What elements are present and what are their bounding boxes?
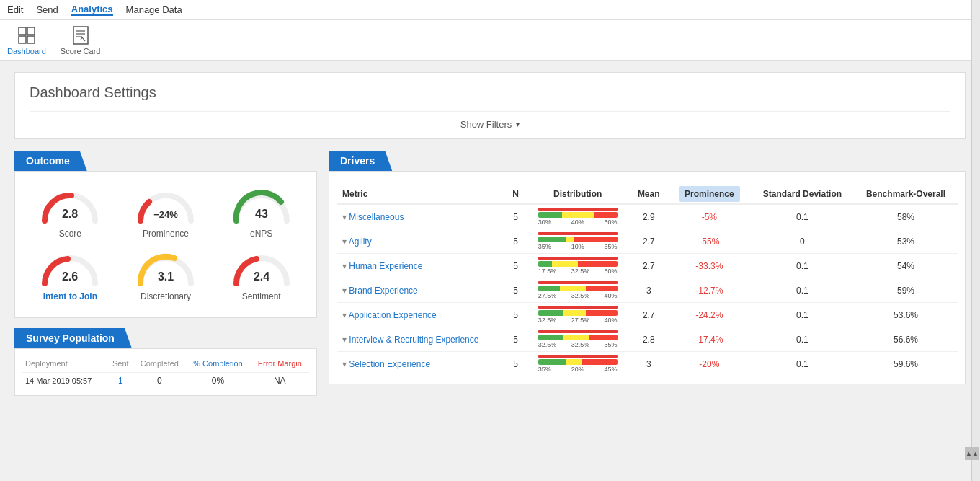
prominence-label: Prominence <box>143 229 189 239</box>
show-filters-button[interactable]: Show Filters ▾ <box>30 111 950 130</box>
metric-cell: ▾ Interview & Recruiting Experience <box>337 327 506 352</box>
scorecard-icon <box>71 25 91 45</box>
benchmark-cell: 53.6% <box>854 303 958 327</box>
nav-manage-data[interactable]: Manage Data <box>126 4 182 15</box>
discretionary-gauge: 3.1 Discretionary <box>133 249 198 301</box>
metric-link[interactable]: Interview & Recruiting Experience <box>349 335 478 345</box>
left-column: Outcome 2.8 Score <box>14 151 317 396</box>
svg-rect-3 <box>27 36 35 43</box>
prominence-gauge-svg: −24% <box>133 186 198 226</box>
benchmark-cell: 59% <box>854 278 958 303</box>
drivers-header: Drivers <box>329 151 392 171</box>
intent-gauge-svg: 2.6 <box>37 249 102 288</box>
nav-send[interactable]: Send <box>36 4 58 15</box>
dashboard-toolbar-item[interactable]: Dashboard <box>7 25 46 56</box>
dashboard-settings-card: Dashboard Settings Show Filters ▾ <box>14 72 966 139</box>
n-cell: 5 <box>506 254 526 278</box>
drivers-row: ▾ Interview & Recruiting Experience 5 32… <box>337 327 958 352</box>
nav-analytics[interactable]: Analytics <box>71 4 113 16</box>
metric-link[interactable]: Miscellaneous <box>349 212 404 222</box>
prominence-cell: -17.4% <box>668 327 751 352</box>
svg-text:−24%: −24% <box>153 209 178 220</box>
std-dev-cell: 0 <box>751 229 854 254</box>
svg-text:3.1: 3.1 <box>158 270 174 283</box>
metric-cell: ▾ Selection Experience <box>337 352 506 376</box>
col-completion: % Completion <box>185 355 250 373</box>
metric-link[interactable]: Selection Experience <box>349 359 430 369</box>
drivers-row: ▾ Brand Experience 5 27.5% 32.5% 40% <box>337 278 958 303</box>
mean-cell: 2.7 <box>630 229 668 254</box>
expand-icon[interactable]: ▾ <box>342 310 349 320</box>
expand-icon[interactable]: ▾ <box>342 237 349 247</box>
survey-population-header: Survey Population <box>14 328 132 348</box>
chevron-down-icon: ▾ <box>516 120 520 128</box>
outcome-section: Outcome 2.8 Score <box>14 151 317 318</box>
nav-edit[interactable]: Edit <box>7 4 23 15</box>
survey-population-section: Survey Population Deployment Sent Comple… <box>14 328 317 396</box>
right-column: Drivers Metric N Distribution Mean Promi… <box>329 151 966 396</box>
scorecard-toolbar-item[interactable]: Score Card <box>61 25 101 56</box>
distribution-cell: 27.5% 32.5% 40% <box>526 278 630 303</box>
metric-link[interactable]: Human Experience <box>349 261 422 271</box>
benchmark-cell: 53% <box>854 229 958 254</box>
survey-sent[interactable]: 1 <box>107 373 133 389</box>
svg-rect-0 <box>19 27 26 35</box>
score-gauge-svg: 2.8 <box>37 186 102 226</box>
prominence-cell: -5% <box>668 204 751 229</box>
prominence-cell: -12.7% <box>668 278 751 303</box>
expand-icon[interactable]: ▾ <box>342 286 349 296</box>
score-gauge: 2.8 Score <box>37 186 102 239</box>
gauges-row-1: 2.8 Score −24% Prominence <box>15 172 316 246</box>
dashboard-icon <box>17 25 37 45</box>
std-dev-cell: 0.1 <box>751 327 854 352</box>
expand-icon[interactable]: ▾ <box>342 335 349 345</box>
n-cell: 5 <box>506 204 526 229</box>
std-dev-cell: 0.1 <box>751 303 854 327</box>
expand-icon[interactable]: ▾ <box>342 359 349 369</box>
mean-cell: 2.7 <box>630 303 668 327</box>
col-deployment: Deployment <box>22 355 107 373</box>
std-dev-cell: 0.1 <box>751 204 854 229</box>
survey-population-table: Deployment Sent Completed % Completion E… <box>22 355 309 389</box>
drivers-section: Drivers Metric N Distribution Mean Promi… <box>329 151 966 384</box>
std-dev-cell: 0.1 <box>751 254 854 278</box>
scrollbar[interactable]: ▲▲ <box>971 0 980 407</box>
expand-icon[interactable]: ▾ <box>342 261 349 271</box>
std-dev-cell: 0.1 <box>751 278 854 303</box>
distribution-cell: 17.5% 32.5% 50% <box>526 254 630 278</box>
dashboard-settings-title: Dashboard Settings <box>30 84 950 101</box>
svg-text:43: 43 <box>255 208 268 220</box>
outcome-card: 2.8 Score −24% Prominence <box>14 171 317 318</box>
std-dev-cell: 0.1 <box>751 352 854 376</box>
svg-text:2.8: 2.8 <box>62 208 78 220</box>
two-col-layout: Outcome 2.8 Score <box>14 151 966 396</box>
drivers-row: ▾ Selection Experience 5 35% 20% 45% <box>337 352 958 376</box>
sentiment-gauge-svg: 2.4 <box>229 249 294 288</box>
drivers-col-mean: Mean <box>630 185 668 204</box>
drivers-col-metric: Metric <box>337 185 506 204</box>
mean-cell: 2.8 <box>630 327 668 352</box>
prominence-cell: -24.2% <box>668 303 751 327</box>
drivers-row: ▾ Agility 5 35% 10% 55% <box>337 229 958 254</box>
intent-gauge: 2.6 Intent to Join <box>37 249 102 301</box>
drivers-card: Metric N Distribution Mean Prominence St… <box>329 171 966 384</box>
benchmark-cell: 59.6% <box>854 352 958 376</box>
metric-link[interactable]: Agility <box>349 237 372 247</box>
top-nav: Edit Send Analytics Manage Data <box>0 0 980 20</box>
score-label: Score <box>59 229 81 239</box>
survey-row: 14 Mar 2019 05:57 1 0 0% NA <box>22 373 309 389</box>
metric-link[interactable]: Brand Experience <box>349 286 417 296</box>
distribution-cell: 32.5% 27.5% 40% <box>526 303 630 327</box>
distribution-cell: 32.5% 32.5% 35% <box>526 327 630 352</box>
distribution-cell: 30% 40% 30% <box>526 204 630 229</box>
prominence-cell: -20% <box>668 352 751 376</box>
drivers-table: Metric N Distribution Mean Prominence St… <box>337 185 958 376</box>
drivers-row: ▾ Miscellaneous 5 30% 40% 30% <box>337 204 958 229</box>
mean-cell: 3 <box>630 278 668 303</box>
outcome-header: Outcome <box>14 151 87 171</box>
metric-link[interactable]: Application Experience <box>349 310 437 320</box>
prominence-cell: -55% <box>668 229 751 254</box>
n-cell: 5 <box>506 229 526 254</box>
discretionary-label: Discretionary <box>141 291 191 301</box>
expand-icon[interactable]: ▾ <box>342 212 349 222</box>
